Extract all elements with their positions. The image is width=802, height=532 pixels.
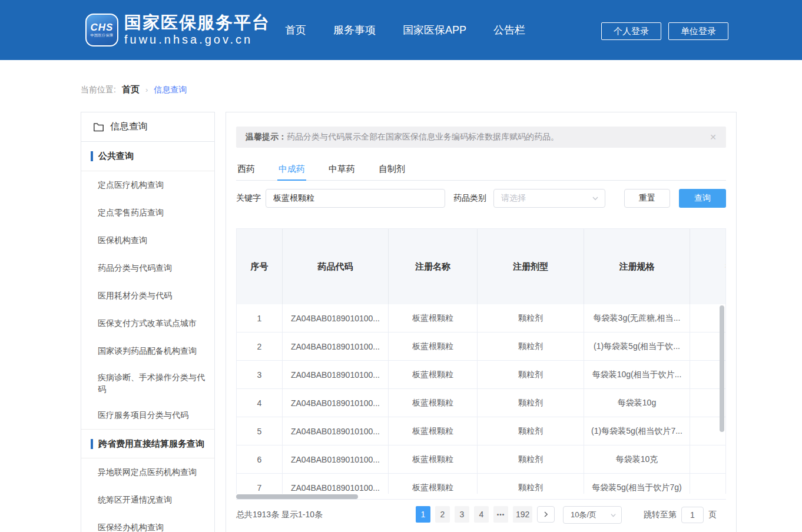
sidebar-item-remote-network-orgs[interactable]: 异地联网定点医药机构查询	[81, 458, 214, 486]
nav-item-home[interactable]: 首页	[285, 23, 306, 37]
notice-bar: 温馨提示： 药品分类与代码展示全部在国家医保信息业务编码标准数据库赋码的药品。 …	[236, 127, 726, 148]
page-button-last[interactable]: 192	[513, 506, 532, 523]
section-marker	[91, 151, 93, 161]
reset-button[interactable]: 重置	[624, 189, 670, 208]
table-row[interactable]: 5 ZA04BAB0189010100... 板蓝根颗粒 颗粒剂 (1)每袋装5…	[237, 417, 725, 445]
sidebar-item-designated-pharmacies[interactable]: 定点零售药店查询	[81, 199, 214, 227]
sidebar-item-insurance-orgs[interactable]: 医保机构查询	[81, 227, 214, 254]
site-domain: fuwu.nhsa.gov.cn	[124, 32, 270, 47]
sidebar-item-region-opening-status[interactable]: 统筹区开通情况查询	[81, 486, 214, 514]
sidebar-item-diagnosis-operation-code[interactable]: 疾病诊断、手术操作分类与代码	[81, 365, 214, 401]
cell-index: 6	[237, 445, 283, 473]
sidebar-item-designated-medical-orgs[interactable]: 定点医疗机构查询	[81, 171, 214, 199]
jump-page-input[interactable]	[681, 507, 704, 523]
cell-name: 板蓝根颗粒	[389, 417, 478, 445]
breadcrumb-current-link[interactable]: 信息查询	[154, 85, 187, 95]
chs-logo-icon: CHS 中国医疗保障	[85, 14, 118, 46]
login-buttons: 个人登录 单位登录	[601, 22, 728, 40]
table-row[interactable]: 2 ZA04BAB0189010100... 板蓝根颗粒 颗粒剂 (1)每袋装5…	[237, 332, 725, 361]
category-select[interactable]: 请选择	[493, 189, 605, 208]
page-button-2[interactable]: 2	[435, 506, 450, 523]
breadcrumb-prefix: 当前位置:	[81, 85, 116, 95]
horizontal-scrollbar-track	[236, 494, 726, 499]
table-row[interactable]: 3 ZA04BAB0189010100... 板蓝根颗粒 颗粒剂 每袋装10g(…	[237, 361, 725, 389]
cell-drug-code: ZA04BAB0189010100...	[283, 332, 389, 360]
chevron-down-icon	[610, 512, 617, 518]
nav-item-announcements[interactable]: 公告栏	[493, 23, 525, 37]
next-page-button[interactable]	[537, 506, 555, 523]
unit-login-button[interactable]: 单位登录	[668, 22, 728, 40]
page-size-value: 10条/页	[571, 510, 596, 520]
page-button-4[interactable]: 4	[474, 506, 489, 523]
sidebar-item-handling-orgs[interactable]: 医保经办机构查询	[81, 514, 214, 532]
sidebar-item-negotiated-drug-orgs[interactable]: 国家谈判药品配备机构查询	[81, 337, 214, 365]
page-size-select[interactable]: 10条/页	[563, 506, 622, 524]
table-row[interactable]: 7 ZA04BAB0189010100... 板蓝根颗粒 颗粒剂 每袋装5g(相…	[237, 474, 725, 494]
cell-name: 板蓝根颗粒	[389, 389, 478, 417]
cell-index: 7	[237, 474, 283, 494]
cell-index: 5	[237, 417, 283, 445]
column-header-registered-name: 注册名称	[389, 229, 478, 304]
page-button-1[interactable]: 1	[416, 506, 430, 523]
cell-spec: 每袋装10克	[584, 445, 690, 473]
pagination-bar: 总共1913条 显示1-10条 1 2 3 4 ••• 192 10条/页 跳转…	[236, 506, 726, 524]
cell-index: 1	[237, 304, 283, 332]
jump-to-page: 跳转至第 页	[644, 506, 717, 524]
personal-login-button[interactable]: 个人登录	[601, 22, 661, 40]
sidebar-section-public-query: 公共查询	[81, 142, 214, 171]
cell-form: 颗粒剂	[478, 417, 584, 445]
results-table: 序号 药品代码 注册名称 注册剂型 注册规格 批准文号 1 ZA04BAB018…	[236, 228, 726, 494]
cell-spec: (1)每袋装5g(相当饮片7...	[584, 417, 690, 445]
tab-chinese-patent-medicine[interactable]: 中成药	[277, 158, 306, 181]
breadcrumb-home-link[interactable]: 首页	[122, 84, 140, 95]
cell-form: 颗粒剂	[478, 389, 584, 417]
chevron-right-icon: ›	[145, 85, 148, 94]
nav-item-app[interactable]: 国家医保APP	[403, 23, 466, 37]
filter-row: 关键字 药品类别 请选择 重置 查询	[236, 189, 726, 208]
cell-drug-code: ZA04BAB0189010100...	[283, 304, 389, 332]
nav-item-services[interactable]: 服务事项	[333, 23, 376, 37]
category-label: 药品类别	[453, 193, 486, 204]
pager: 1 2 3 4 ••• 192	[416, 506, 555, 523]
cell-name: 板蓝根颗粒	[389, 304, 478, 332]
table-row[interactable]: 4 ZA04BAB0189010100... 板蓝根颗粒 颗粒剂 每袋装10g	[237, 389, 725, 417]
tab-self-made[interactable]: 自制剂	[377, 158, 406, 181]
pagination-total-text: 总共1913条 显示1-10条	[236, 510, 323, 520]
table-row[interactable]: 6 ZA04BAB0189010100... 板蓝根颗粒 颗粒剂 每袋装10克	[237, 445, 725, 474]
cell-clipped	[690, 474, 725, 494]
horizontal-scrollbar[interactable]	[236, 494, 358, 499]
query-button[interactable]: 查询	[679, 189, 726, 208]
keyword-input[interactable]	[266, 189, 445, 208]
cell-clipped	[690, 445, 725, 473]
section-marker	[91, 439, 93, 449]
sidebar-item-medical-service-code[interactable]: 医疗服务项目分类与代码	[81, 401, 214, 429]
tab-western-medicine[interactable]: 西药	[236, 158, 256, 181]
site-logo[interactable]: CHS 中国医疗保障 国家医保服务平台 fuwu.nhsa.gov.cn	[85, 13, 270, 47]
cell-form: 颗粒剂	[478, 304, 584, 332]
sidebar-item-consumables-code[interactable]: 医用耗材分类与代码	[81, 282, 214, 310]
column-header-approval-clipped: 批准文号	[690, 229, 725, 304]
vertical-scrollbar[interactable]	[720, 305, 724, 432]
tab-chinese-herbal[interactable]: 中草药	[327, 158, 356, 181]
more-pages-icon[interactable]: •••	[493, 506, 508, 523]
keyword-label: 关键字	[236, 193, 261, 204]
cell-index: 4	[237, 389, 283, 417]
close-icon[interactable]: ✕	[710, 133, 717, 141]
sidebar-item-payment-reform-cities[interactable]: 医保支付方式改革试点城市	[81, 310, 214, 337]
cell-form: 颗粒剂	[478, 332, 584, 360]
sidebar-section-cross-province: 跨省费用直接结算服务查询	[81, 429, 214, 458]
table-row[interactable]: 1 ZA04BAB0189010100... 板蓝根颗粒 颗粒剂 每袋装3g(无…	[237, 304, 725, 332]
cell-spec: 每袋装5g(相当于饮片7g)	[584, 474, 690, 494]
category-select-placeholder: 请选择	[501, 193, 526, 204]
page-button-3[interactable]: 3	[455, 506, 469, 523]
jump-prefix-label: 跳转至第	[644, 510, 677, 520]
cell-index: 3	[237, 361, 283, 388]
top-header: CHS 中国医疗保障 国家医保服务平台 fuwu.nhsa.gov.cn 首页 …	[0, 0, 802, 60]
cell-form: 颗粒剂	[478, 474, 584, 494]
table-bottom-divider	[236, 499, 726, 500]
sidebar-item-drug-code-query[interactable]: 药品分类与代码查询	[81, 254, 214, 282]
top-nav: 首页 服务事项 国家医保APP 公告栏	[285, 0, 525, 60]
jump-suffix-label: 页	[708, 510, 717, 520]
chevron-right-icon	[542, 511, 549, 518]
cell-drug-code: ZA04BAB0189010100...	[283, 389, 389, 417]
